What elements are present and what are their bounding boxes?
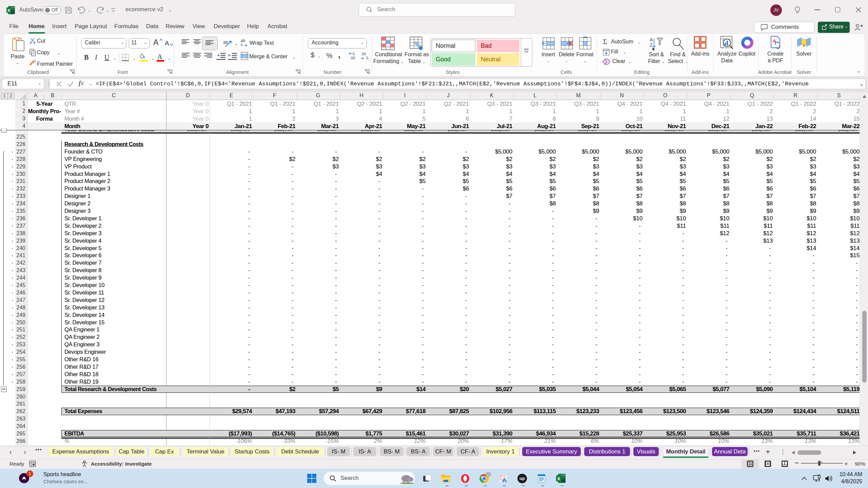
svg-text:X: X xyxy=(7,8,10,13)
svg-text:Z: Z xyxy=(650,42,653,48)
svg-text:A: A xyxy=(650,37,653,42)
svg-text:c: c xyxy=(241,42,243,47)
svg-text:.00: .00 xyxy=(361,52,366,56)
svg-text:0: 0 xyxy=(366,56,368,60)
svg-text:ab: ab xyxy=(223,40,228,45)
svg-text:X: X xyxy=(557,476,560,481)
svg-text:.00: .00 xyxy=(350,56,355,60)
svg-text:0: 0 xyxy=(353,52,355,56)
